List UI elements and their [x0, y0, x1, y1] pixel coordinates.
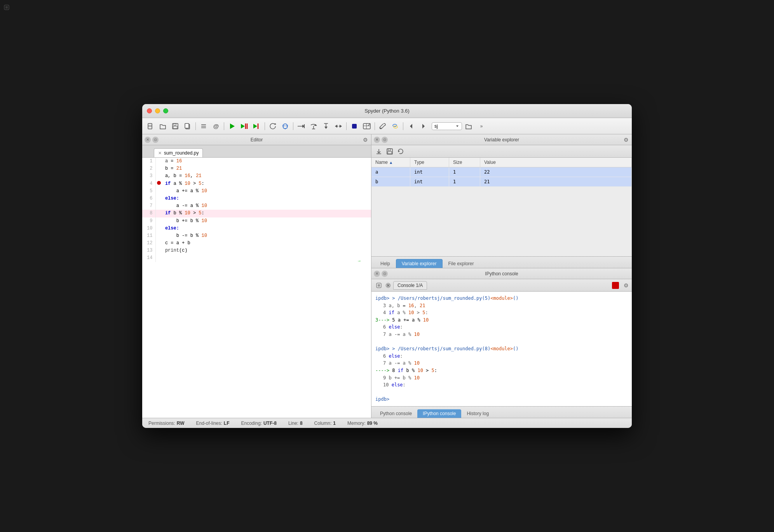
run-cell-button[interactable]	[239, 120, 250, 132]
code-area[interactable]: 1 a = 16 2 b = 21 3	[142, 158, 371, 418]
var-row-b[interactable]: b int 1 21	[371, 177, 632, 187]
col-header-value[interactable]: Value	[480, 158, 632, 167]
more-tools-button[interactable]: »	[475, 120, 487, 132]
var-import-button[interactable]	[375, 147, 383, 156]
editor-settings-button[interactable]: ⚙	[363, 137, 368, 143]
debug-button[interactable]	[279, 120, 291, 132]
var-settings-button[interactable]: ⚙	[624, 137, 629, 143]
main-window: Spyder (Python 3.6)	[142, 104, 632, 428]
line-gutter	[156, 195, 162, 202]
table-row: 12 c = a + b	[142, 240, 371, 247]
svg-marker-37	[335, 125, 337, 128]
save-copy-button[interactable]	[182, 120, 194, 132]
line-code: b -= b % 10	[162, 232, 371, 240]
permissions-value: RW	[177, 421, 185, 426]
table-row: 10 else:	[142, 225, 371, 232]
editor-tabs: ✕ sum_rounded.py	[142, 145, 371, 158]
minimize-button[interactable]	[155, 108, 160, 113]
statusbar: Permissions: RW End-of-lines: LF Encodin…	[142, 418, 632, 428]
line-number: 3	[142, 172, 156, 180]
step-into-button[interactable]	[320, 120, 332, 132]
step-out-button[interactable]	[333, 120, 344, 132]
var-bottom-tabs: Help Variable explorer File explorer	[371, 256, 632, 268]
inspect-button[interactable]	[361, 120, 373, 132]
line-gutter	[156, 188, 162, 195]
console-line: 3 a, b = 16, 21	[375, 302, 628, 309]
col-header-type[interactable]: Type	[410, 158, 449, 167]
tab-python-console[interactable]: Python console	[375, 409, 417, 418]
back-button[interactable]	[405, 120, 417, 132]
console-stop-button[interactable]	[612, 282, 619, 289]
console-undock-button[interactable]: ⊙	[382, 271, 388, 277]
tab-variable-explorer[interactable]: Variable explorer	[396, 259, 443, 268]
editor-undock-button[interactable]: ⊙	[152, 137, 159, 143]
tab-ipython-console[interactable]: IPython console	[417, 409, 461, 418]
search-input[interactable]: sj	[434, 123, 454, 129]
tab-help[interactable]: Help	[375, 259, 396, 268]
stop-exec-button[interactable]	[349, 120, 360, 132]
toolbar-separator-4	[293, 122, 293, 130]
console-line: 3---> 5 a += a % 10	[375, 316, 628, 324]
tab-close-icon[interactable]: ✕	[158, 151, 162, 156]
maximize-button[interactable]	[163, 108, 168, 113]
new-file-button[interactable]	[145, 120, 156, 132]
svg-point-19	[286, 125, 286, 126]
svg-rect-0	[148, 123, 152, 129]
col-header-size[interactable]: Size	[449, 158, 480, 167]
variable-explorer-pane: ✕ ⊙ Variable explorer ⚙	[371, 134, 632, 268]
reload-button[interactable]	[267, 120, 279, 132]
col-header-name[interactable]: Name ▲	[371, 158, 410, 167]
save-file-button[interactable]	[169, 120, 181, 132]
console-input-line: ipdb>	[375, 396, 628, 403]
console-tab-1a[interactable]: Console 1/A	[393, 281, 427, 290]
forward-button[interactable]	[418, 120, 429, 132]
at-sign-button[interactable]: @	[210, 120, 222, 132]
python-env-button[interactable]	[389, 120, 401, 132]
table-row: 2 b = 21	[142, 165, 371, 172]
file-list-button[interactable]	[198, 120, 209, 132]
console-output[interactable]: ipdb> > /Users/robertsj/sum_rounded.py(5…	[371, 292, 632, 406]
var-refresh-button[interactable]	[396, 147, 405, 156]
tab-history-log[interactable]: History log	[461, 409, 494, 418]
column-status: Column: 1	[314, 421, 336, 426]
var-row-a[interactable]: a int 1 22	[371, 167, 632, 177]
editor-close-button[interactable]: ✕	[145, 137, 151, 143]
traffic-lights	[147, 108, 168, 113]
toolbar-separator-2	[224, 122, 224, 130]
console-settings-button[interactable]: ⚙	[624, 282, 629, 289]
editor-tab-sum-rounded[interactable]: ✕ sum_rounded.py	[154, 148, 203, 157]
console-tab-list-button[interactable]	[375, 281, 383, 290]
line-number: 9	[142, 217, 156, 225]
step-continue-button[interactable]	[295, 120, 307, 132]
step-over-button[interactable]	[308, 120, 319, 132]
console-close-tab-button[interactable]	[385, 283, 391, 288]
search-box[interactable]: sj	[432, 122, 462, 130]
line-number: 2	[142, 165, 156, 172]
debug-stop-button[interactable]	[251, 120, 263, 132]
console-line: 4 if a % 10 > 5:	[375, 309, 628, 316]
var-save-button[interactable]	[385, 147, 394, 156]
close-button[interactable]	[147, 108, 152, 113]
line-gutter	[156, 254, 162, 262]
variable-table: Name ▲ Type Size Value a int 1 22	[371, 158, 632, 256]
console-line: 6 else:	[375, 323, 628, 331]
line-gutter	[156, 240, 162, 247]
open-folder-btn[interactable]	[463, 120, 474, 132]
tab-file-explorer[interactable]: File explorer	[443, 259, 480, 268]
var-type-a: int	[410, 167, 449, 177]
run-button[interactable]	[226, 120, 238, 132]
svg-point-45	[394, 126, 397, 128]
eol-status: End-of-lines: LF	[196, 421, 229, 426]
console-line: 9 b += b % 10	[375, 374, 628, 382]
console-line: ipdb> > /Users/robertsj/sum_rounded.py(5…	[375, 295, 628, 302]
var-undock-button[interactable]: ⊙	[382, 137, 388, 143]
wrench-button[interactable]	[377, 120, 389, 132]
line-gutter	[156, 180, 162, 188]
console-close-button[interactable]: ✕	[374, 271, 380, 277]
var-close-button[interactable]: ✕	[374, 137, 380, 143]
line-code: else:	[162, 225, 371, 232]
svg-marker-46	[410, 124, 412, 129]
open-file-button[interactable]	[157, 120, 169, 132]
console-blank-line	[375, 389, 628, 396]
var-table-body: a int 1 22 b int 1 21	[371, 167, 632, 256]
